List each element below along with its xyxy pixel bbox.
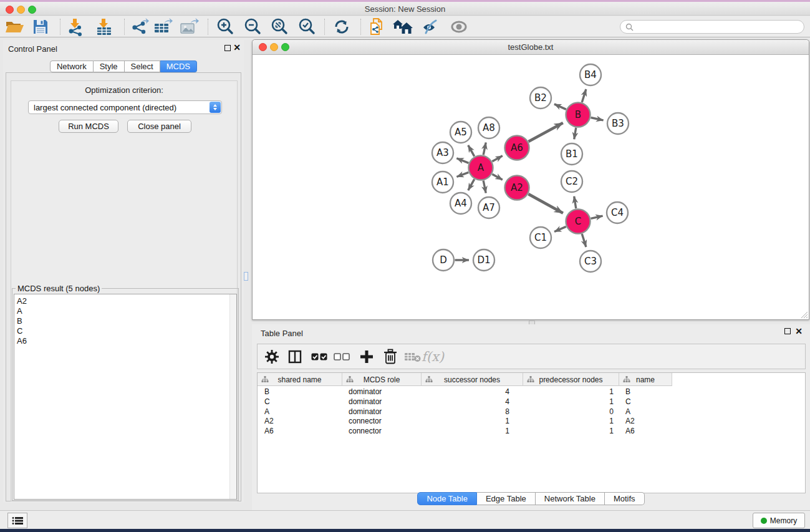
node-A7[interactable]: A7 [478, 197, 499, 218]
delete-column-icon[interactable] [380, 347, 401, 366]
run-mcds-button[interactable]: Run MCDS [59, 120, 118, 133]
node-C2[interactable]: C2 [561, 171, 582, 192]
column-visibility-icon[interactable] [284, 347, 306, 366]
network-canvas[interactable]: B4B2BB3A5A8A6B1A3AC2A1A2A4A7C4C1CC3DD1 [253, 55, 809, 319]
tab-style[interactable]: Style [94, 60, 125, 72]
open-session-icon[interactable] [4, 17, 25, 36]
node-B3[interactable]: B3 [607, 113, 629, 134]
edge-C-C1[interactable] [554, 226, 566, 231]
edge-B-B4[interactable] [582, 89, 586, 102]
edge-C-C2[interactable] [574, 196, 576, 209]
import-network-icon[interactable] [64, 17, 87, 36]
mcds-result-item[interactable]: A6 [14, 336, 236, 346]
node-B[interactable]: B [566, 103, 591, 127]
mcds-result-item[interactable]: A [14, 306, 236, 316]
select-all-icon[interactable] [309, 347, 330, 366]
edge-A2-C[interactable] [528, 194, 563, 213]
new-network-from-selection-icon[interactable] [365, 17, 388, 36]
save-session-icon[interactable] [30, 17, 51, 36]
task-history-button[interactable] [7, 513, 27, 528]
column-header-MCDS-role[interactable]: MCDS role [342, 373, 422, 386]
node-C4[interactable]: C4 [607, 202, 628, 223]
add-column-icon[interactable] [355, 347, 378, 366]
node-C3[interactable]: C3 [580, 251, 601, 272]
zoom-out-icon[interactable] [241, 17, 264, 36]
node-A1[interactable]: A1 [432, 172, 453, 193]
edge-A-A8[interactable] [483, 143, 486, 155]
close-panel-icon[interactable]: ✕ [233, 43, 241, 52]
edge-A6-B[interactable] [528, 123, 562, 142]
node-A2[interactable]: A2 [505, 176, 529, 200]
export-table-icon[interactable] [152, 17, 175, 36]
node-B2[interactable]: B2 [530, 87, 551, 109]
table-close-panel-icon[interactable]: ✕ [795, 327, 803, 336]
column-header-shared-name[interactable]: shared name [258, 373, 342, 386]
edge-A-A3[interactable] [456, 158, 468, 163]
node-A[interactable]: A [469, 156, 493, 180]
zoom-fit-icon[interactable] [268, 17, 291, 36]
zoom-selected-icon[interactable] [295, 17, 319, 36]
float-panel-icon[interactable] [224, 45, 231, 51]
mcds-result-item[interactable]: B [14, 316, 236, 326]
table-row-A6[interactable]: A6connector11A6 [258, 426, 682, 436]
node-B4[interactable]: B4 [580, 64, 601, 85]
optimization-criterion-dropdown[interactable]: largest connected component (directed) [28, 100, 222, 114]
mcds-result-list[interactable]: A2ABCA6 [14, 294, 237, 500]
column-header-successor-nodes[interactable]: successor nodes [422, 373, 523, 386]
node-B1[interactable]: B1 [561, 143, 582, 165]
memory-button[interactable]: Memory [753, 513, 805, 528]
node-C1[interactable]: C1 [530, 227, 551, 248]
node-A3[interactable]: A3 [432, 142, 453, 163]
edge-A-A1[interactable] [456, 172, 468, 177]
tab-motifs[interactable]: Motifs [605, 492, 645, 505]
function-builder-icon[interactable]: f(x) [420, 347, 445, 366]
edge-A-A5[interactable] [468, 145, 475, 157]
edge-A-A4[interactable] [468, 179, 475, 190]
node-C[interactable]: C [566, 210, 591, 234]
network-window-titlebar[interactable]: testGlobe.txt [253, 40, 809, 55]
splitter-handle-vertical[interactable] [244, 272, 248, 281]
table-row-C[interactable]: Cdominator41C [258, 397, 682, 407]
zoom-in-icon[interactable] [213, 17, 237, 36]
edge-C-C3[interactable] [582, 234, 586, 247]
tab-node-table[interactable]: Node Table [417, 492, 477, 505]
mcds-result-item[interactable]: A2 [14, 296, 236, 306]
tab-mcds[interactable]: MCDS [160, 60, 197, 72]
table-row-A[interactable]: Adominator80A [258, 407, 682, 417]
refresh-icon[interactable] [330, 17, 353, 36]
import-table-icon[interactable] [93, 17, 115, 36]
mcds-result-item[interactable]: C [14, 326, 236, 336]
edge-C-C4[interactable] [591, 216, 602, 218]
tab-select[interactable]: Select [125, 60, 160, 72]
node-A4[interactable]: A4 [450, 193, 471, 214]
table-float-panel-icon[interactable] [784, 328, 791, 334]
table-row-A2[interactable]: A2connector11A2 [258, 416, 682, 426]
resize-grip-icon[interactable] [800, 311, 808, 318]
node-A8[interactable]: A8 [478, 117, 499, 138]
scrollbar-track[interactable] [229, 294, 236, 499]
node-A6[interactable]: A6 [505, 136, 529, 160]
edge-A-A2[interactable] [492, 174, 502, 180]
table-row-B[interactable]: Bdominator41B [258, 387, 682, 397]
column-header-name[interactable]: name [619, 373, 672, 386]
table-settings-icon[interactable] [261, 347, 282, 366]
search-field[interactable] [620, 20, 804, 34]
edge-B-B1[interactable] [574, 128, 576, 140]
show-all-icon[interactable] [447, 17, 471, 36]
tab-network-table[interactable]: Network Table [536, 492, 605, 505]
deselect-all-icon[interactable] [331, 347, 352, 366]
edge-A-A7[interactable] [483, 181, 486, 193]
hide-selected-icon[interactable] [419, 17, 443, 36]
export-network-icon[interactable] [128, 17, 152, 36]
first-neighbors-icon[interactable] [392, 17, 415, 36]
edge-B-B2[interactable] [554, 104, 566, 110]
node-A5[interactable]: A5 [450, 122, 471, 143]
column-header-predecessor-nodes[interactable]: predecessor nodes [523, 373, 619, 386]
tab-edge-table[interactable]: Edge Table [477, 492, 536, 505]
node-D[interactable]: D [433, 249, 454, 271]
export-image-icon[interactable] [178, 17, 201, 36]
close-panel-button[interactable]: Close panel [127, 120, 191, 133]
edge-B-B3[interactable] [591, 117, 604, 120]
tab-network[interactable]: Network [50, 60, 94, 72]
edge-A-A6[interactable] [492, 156, 502, 162]
